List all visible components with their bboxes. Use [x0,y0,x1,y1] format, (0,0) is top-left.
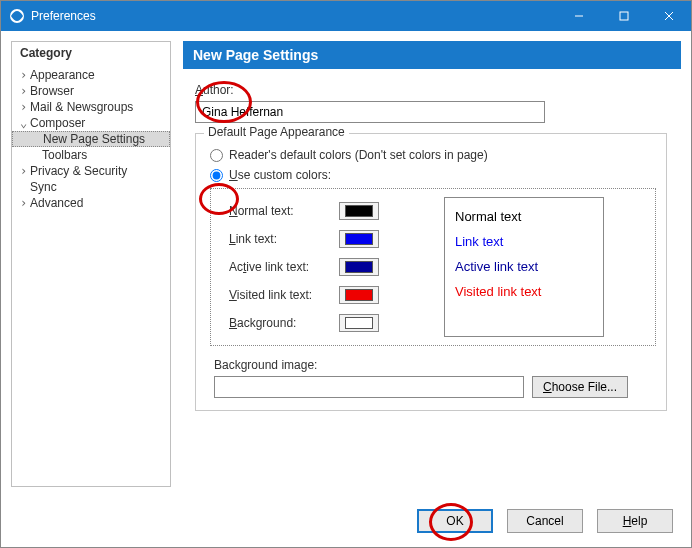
sidebar-item-label: Composer [30,116,85,130]
author-input[interactable] [195,101,545,123]
active-link-text-label: Active link text: [219,260,339,274]
sidebar-item-label: New Page Settings [43,132,145,146]
color-swatch-inner [345,233,373,245]
sidebar-item-advanced[interactable]: ›Advanced [12,195,170,211]
cancel-button[interactable]: Cancel [507,509,583,533]
chevron-right-icon: › [20,84,30,98]
color-preview-box: Normal text Link text Active link text V… [444,197,604,337]
app-icon [9,8,25,24]
dialog-button-row: OK Cancel Help [417,509,673,533]
sidebar-item-browser[interactable]: ›Browser [12,83,170,99]
preview-link-text: Link text [455,229,593,254]
chevron-right-icon: › [20,68,30,82]
choose-file-button[interactable]: Choose File... [532,376,628,398]
svg-rect-2 [620,12,628,20]
sidebar-item-new-page-settings[interactable]: New Page Settings [12,131,170,147]
radio-label: Use custom colors: [229,168,331,182]
link-text-label: Link text: [219,232,339,246]
close-button[interactable] [646,1,691,31]
sidebar-header: Category [12,42,170,65]
color-swatch-inner [345,205,373,217]
radio-use-custom-colors-input[interactable] [210,169,223,182]
sidebar-item-appearance[interactable]: ›Appearance [12,67,170,83]
maximize-button[interactable] [601,1,646,31]
background-label: Background: [219,316,339,330]
sidebar-item-privacy-security[interactable]: ›Privacy & Security [12,163,170,179]
sidebar-item-label: Appearance [30,68,95,82]
background-color-button[interactable] [339,314,379,332]
sidebar-item-composer[interactable]: ⌄Composer [12,115,170,131]
normal-text-label: Normal text: [219,204,339,218]
panel-title: New Page Settings [183,41,681,69]
custom-colors-group: Normal text: Link text: Active link text… [210,188,656,346]
default-page-appearance-fieldset: Default Page Appearance Reader's default… [195,133,667,411]
preview-visited-link-text: Visited link text [455,279,593,304]
radio-label: Reader's default colors (Don't set color… [229,148,488,162]
visited-link-text-color-button[interactable] [339,286,379,304]
preview-active-link-text: Active link text [455,254,593,279]
help-button[interactable]: Help [597,509,673,533]
main-panel: New Page Settings Author: Default Page A… [183,41,681,487]
preview-normal-text: Normal text [455,204,593,229]
fieldset-legend: Default Page Appearance [204,125,349,139]
color-swatch-inner [345,317,373,329]
sidebar-item-label: Browser [30,84,74,98]
sidebar-item-mail-newsgroups[interactable]: ›Mail & Newsgroups [12,99,170,115]
ok-button[interactable]: OK [417,509,493,533]
color-swatch-inner [345,289,373,301]
background-image-label: Background image: [214,358,656,372]
link-text-color-button[interactable] [339,230,379,248]
category-tree: ›Appearance ›Browser ›Mail & Newsgroups … [12,65,170,486]
sidebar-item-label: Sync [30,180,57,194]
radio-reader-default-input[interactable] [210,149,223,162]
radio-reader-default[interactable]: Reader's default colors (Don't set color… [210,148,656,162]
chevron-down-icon: ⌄ [20,116,30,130]
background-image-input[interactable] [214,376,524,398]
sidebar-item-toolbars[interactable]: Toolbars [12,147,170,163]
window-controls [556,1,691,31]
chevron-right-icon: › [20,196,30,210]
category-sidebar: Category ›Appearance ›Browser ›Mail & Ne… [11,41,171,487]
normal-text-color-button[interactable] [339,202,379,220]
sidebar-item-sync[interactable]: ›Sync [12,179,170,195]
active-link-text-color-button[interactable] [339,258,379,276]
color-swatch-inner [345,261,373,273]
sidebar-item-label: Toolbars [42,148,87,162]
sidebar-item-label: Advanced [30,196,83,210]
sidebar-item-label: Mail & Newsgroups [30,100,133,114]
visited-link-text-label: Visited link text: [219,288,339,302]
chevron-right-icon: › [20,100,30,114]
chevron-right-icon: › [20,164,30,178]
window-title: Preferences [31,9,96,23]
author-label: Author: [195,83,667,97]
minimize-button[interactable] [556,1,601,31]
radio-use-custom-colors[interactable]: Use custom colors: [210,168,656,182]
sidebar-item-label: Privacy & Security [30,164,127,178]
titlebar: Preferences [1,1,691,31]
